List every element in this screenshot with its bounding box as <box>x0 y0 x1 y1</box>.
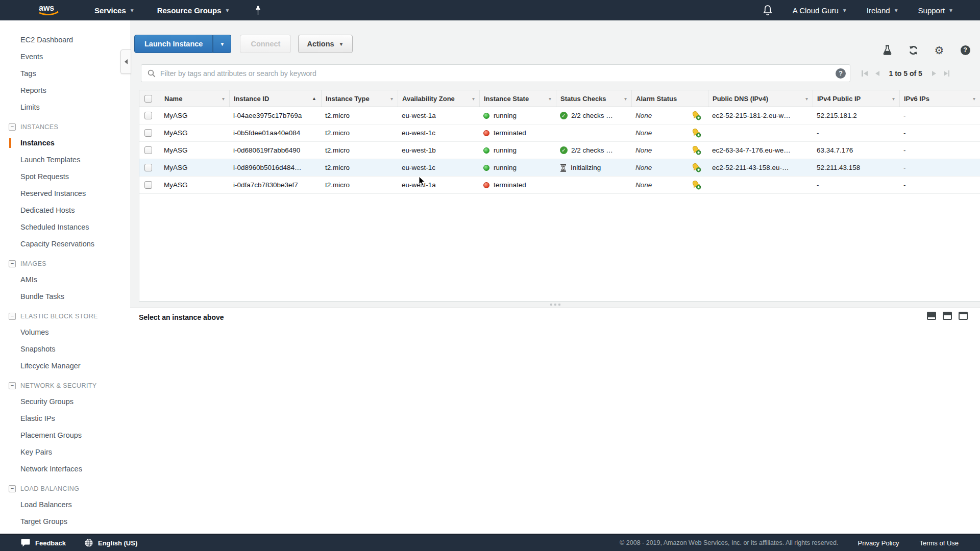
sidebar-item-dedicated-hosts[interactable]: Dedicated Hosts <box>0 202 130 219</box>
collapse-section-icon[interactable]: − <box>9 313 16 320</box>
sidebar-item-limits[interactable]: Limits <box>0 99 130 116</box>
pagination-prev-button[interactable] <box>875 71 879 76</box>
row-checkbox[interactable] <box>144 164 152 171</box>
sidebar-item-bundle-tasks[interactable]: Bundle Tasks <box>0 288 130 305</box>
sidebar-item-load-balancers[interactable]: Load Balancers <box>0 496 130 513</box>
filter-help-icon[interactable]: ? <box>836 68 846 79</box>
create-alarm-bell-icon[interactable] <box>691 111 701 120</box>
pin-icon[interactable] <box>254 5 262 15</box>
sidebar-item-target-groups[interactable]: Target Groups <box>0 513 130 530</box>
column-header-public-dns-ipv4[interactable]: Public DNS (IPv4)▾ <box>708 90 813 107</box>
collapse-section-icon[interactable]: − <box>9 382 16 389</box>
sidebar-item-scheduled-instances[interactable]: Scheduled Instances <box>0 219 130 236</box>
collapse-section-icon[interactable]: − <box>9 485 16 492</box>
cell-ipv4-public-ip: - <box>813 124 899 141</box>
instance-state-label: running <box>494 146 517 154</box>
language-button[interactable]: English (US) <box>84 538 137 547</box>
create-alarm-bell-icon[interactable] <box>691 180 701 190</box>
chevron-down-icon: ▼ <box>225 8 230 13</box>
sidebar-item-events[interactable]: Events <box>0 48 130 65</box>
cell-ipv6-ips: - <box>899 142 980 159</box>
panel-resize-handle[interactable] <box>130 302 980 308</box>
column-header-instance-state[interactable]: Instance State▾ <box>479 90 556 107</box>
pagination-first-button[interactable] <box>862 70 868 77</box>
sidebar-item-elastic-ips[interactable]: Elastic IPs <box>0 410 130 427</box>
sidebar-item-launch-templates[interactable]: Launch Templates <box>0 152 130 168</box>
create-alarm-bell-icon[interactable] <box>691 145 701 155</box>
sidebar-item-ec2-dashboard[interactable]: EC2 Dashboard <box>0 32 130 48</box>
filter-search-input[interactable] <box>160 69 829 78</box>
privacy-policy-link[interactable]: Privacy Policy <box>858 539 899 547</box>
create-alarm-bell-icon[interactable] <box>691 163 701 172</box>
pagination-next-button[interactable] <box>932 71 936 76</box>
column-header-ipv4-public-ip[interactable]: IPv4 Public IP▾ <box>813 90 899 107</box>
cell-instance-type: t2.micro <box>321 142 398 159</box>
pane-layout-toggles <box>927 312 968 320</box>
column-header-instance-type[interactable]: Instance Type▾ <box>321 90 398 107</box>
cell-ipv4-public-ip: 63.34.7.176 <box>813 142 899 159</box>
sidebar-section-images: −IMAGES <box>0 257 130 270</box>
row-checkbox[interactable] <box>144 129 152 137</box>
terms-of-use-link[interactable]: Terms of Use <box>919 539 959 547</box>
layout-small-pane-icon[interactable] <box>927 312 936 320</box>
experiments-flask-icon[interactable] <box>881 44 893 56</box>
table-row[interactable]: MyASGi-0b5fdee01aa40e084t2.microeu-west-… <box>139 124 980 142</box>
instance-state-label: running <box>494 164 517 171</box>
nav-resource-groups-menu[interactable]: Resource Groups ▼ <box>157 6 230 15</box>
collapse-section-icon[interactable]: − <box>9 260 16 267</box>
sidebar-item-amis[interactable]: AMIs <box>0 271 130 288</box>
layout-large-pane-icon[interactable] <box>959 312 968 320</box>
column-header-label: Instance ID <box>234 95 269 103</box>
table-row[interactable]: MyASGi-0d680619f7abb6490t2.microeu-west-… <box>139 142 980 159</box>
row-checkbox[interactable] <box>144 112 152 119</box>
create-alarm-bell-icon[interactable] <box>691 128 701 138</box>
select-all-cell <box>139 90 160 107</box>
sidebar-item-key-pairs[interactable]: Key Pairs <box>0 444 130 461</box>
nav-services-menu[interactable]: Services ▼ <box>94 6 135 15</box>
sidebar-item-instances[interactable]: Instances <box>0 135 130 152</box>
feedback-button[interactable]: Feedback <box>20 538 66 547</box>
sidebar-item-reports[interactable]: Reports <box>0 82 130 99</box>
pagination-last-button[interactable] <box>944 70 950 77</box>
aws-logo[interactable]: aws <box>37 3 61 17</box>
cell-public-dns <box>708 177 813 193</box>
sidebar-item-tags[interactable]: Tags <box>0 65 130 82</box>
sidebar-item-network-interfaces[interactable]: Network Interfaces <box>0 461 130 478</box>
sidebar-item-reserved-instances[interactable]: Reserved Instances <box>0 185 130 202</box>
cell-ipv6-ips: - <box>899 159 980 176</box>
sidebar-item-security-groups[interactable]: Security Groups <box>0 393 130 410</box>
select-all-checkbox[interactable] <box>144 95 152 103</box>
sidebar-item-placement-groups[interactable]: Placement Groups <box>0 427 130 444</box>
column-header-ipv6-ips[interactable]: IPv6 IPs▾ <box>899 90 980 107</box>
chevron-down-icon: ▼ <box>894 8 899 13</box>
sidebar-item-capacity-reservations[interactable]: Capacity Reservations <box>0 236 130 253</box>
row-checkbox[interactable] <box>144 181 152 189</box>
layout-half-pane-icon[interactable] <box>943 312 952 320</box>
table-row[interactable]: MyASGi-0d8960b5016d484…t2.microeu-west-1… <box>139 159 980 177</box>
help-icon[interactable]: ? <box>960 44 971 56</box>
actions-dropdown-button[interactable]: Actions ▼ <box>298 35 352 53</box>
connect-button[interactable]: Connect <box>240 35 291 53</box>
nav-region-menu[interactable]: Ireland ▼ <box>867 6 899 15</box>
sidebar-item-lifecycle-manager[interactable]: Lifecycle Manager <box>0 358 130 374</box>
refresh-icon[interactable] <box>908 44 919 56</box>
table-row[interactable]: MyASGi-0dfa7cb7830be3ef7t2.microeu-west-… <box>139 177 980 194</box>
column-header-name[interactable]: Name▾ <box>160 90 229 107</box>
column-header-availability-zone[interactable]: Availability Zone▾ <box>398 90 479 107</box>
column-header-status-checks[interactable]: Status Checks▾ <box>556 90 631 107</box>
launch-instance-dropdown-button[interactable]: ▼ <box>213 35 231 53</box>
table-row[interactable]: MyASGi-04aee3975c17b769at2.microeu-west-… <box>139 107 980 124</box>
row-checkbox[interactable] <box>144 146 152 154</box>
nav-support-menu[interactable]: Support ▼ <box>918 6 953 15</box>
sidebar-item-snapshots[interactable]: Snapshots <box>0 341 130 358</box>
column-header-alarm-status[interactable]: Alarm Status <box>631 90 708 107</box>
notifications-bell-icon[interactable] <box>762 4 773 16</box>
sidebar-item-spot-requests[interactable]: Spot Requests <box>0 168 130 185</box>
sidebar-collapse-button[interactable] <box>120 49 131 74</box>
collapse-section-icon[interactable]: − <box>9 123 16 131</box>
nav-account-menu[interactable]: A Cloud Guru ▼ <box>793 6 847 15</box>
column-header-instance-id[interactable]: Instance ID▲ <box>229 90 321 107</box>
sidebar-item-volumes[interactable]: Volumes <box>0 324 130 341</box>
launch-instance-button[interactable]: Launch Instance <box>134 35 213 53</box>
settings-gear-icon[interactable]: ⚙ <box>934 44 945 56</box>
